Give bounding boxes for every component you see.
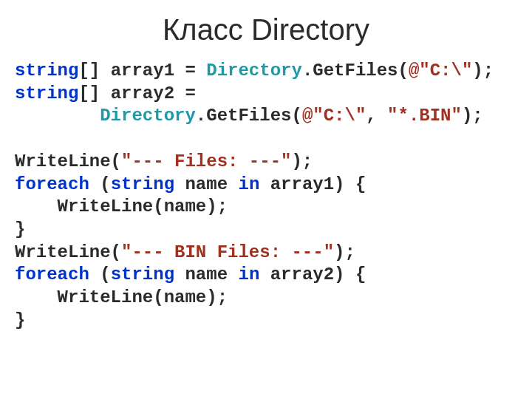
code-text: } bbox=[15, 219, 25, 239]
code-text: .GetFiles( bbox=[302, 61, 409, 81]
keyword-string: string bbox=[111, 265, 174, 284]
code-text bbox=[15, 106, 100, 126]
code-text: ); bbox=[334, 242, 355, 262]
code-text: WriteLine( bbox=[15, 242, 121, 262]
code-text: [] array2 = bbox=[78, 83, 206, 103]
code-text: ); bbox=[472, 61, 494, 81]
string-literal: "*.BIN" bbox=[387, 106, 462, 126]
class-directory: Directory bbox=[206, 61, 302, 81]
keyword-in: in bbox=[238, 265, 259, 284]
slide: Класс Directory string[] array1 = Direct… bbox=[0, 0, 532, 347]
code-text: ( bbox=[89, 265, 111, 284]
code-text: WriteLine(name); bbox=[15, 287, 228, 307]
code-text: name bbox=[174, 174, 238, 194]
code-text: } bbox=[15, 310, 25, 330]
page-title: Класс Directory bbox=[15, 13, 517, 47]
code-block: string[] array1 = Directory.GetFiles(@"C… bbox=[15, 60, 517, 332]
code-text: .GetFiles( bbox=[196, 106, 302, 126]
code-text: ); bbox=[291, 151, 313, 171]
string-literal: @"C:\" bbox=[409, 61, 472, 81]
keyword-string: string bbox=[15, 83, 78, 103]
code-text: , bbox=[366, 106, 387, 126]
code-text: array1) { bbox=[259, 174, 366, 194]
class-directory: Directory bbox=[100, 106, 196, 126]
code-text: array2) { bbox=[259, 265, 366, 284]
keyword-string: string bbox=[15, 61, 78, 81]
code-text: name bbox=[174, 265, 238, 284]
code-text: ( bbox=[89, 174, 111, 194]
string-literal: @"C:\" bbox=[302, 106, 366, 126]
keyword-foreach: foreach bbox=[15, 265, 89, 284]
code-text: WriteLine(name); bbox=[15, 197, 228, 216]
string-literal: "--- BIN Files: ---" bbox=[121, 242, 334, 262]
string-literal: "--- Files: ---" bbox=[121, 151, 291, 171]
code-text: [] array1 = bbox=[78, 61, 206, 81]
code-text: ); bbox=[462, 106, 483, 126]
keyword-foreach: foreach bbox=[15, 174, 89, 194]
keyword-string: string bbox=[111, 174, 174, 194]
code-text: WriteLine( bbox=[15, 151, 121, 171]
keyword-in: in bbox=[238, 174, 259, 194]
